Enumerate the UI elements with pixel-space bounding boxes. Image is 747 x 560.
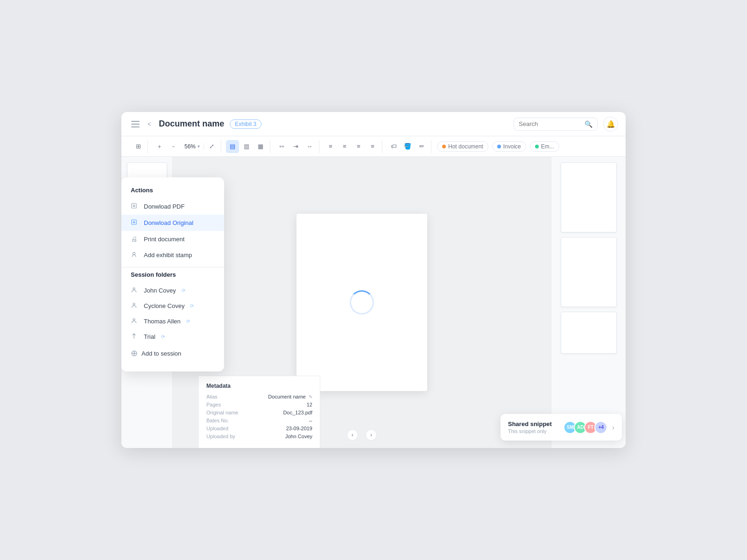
session-folders-title: Session folders [121, 271, 224, 283]
meta-bates: Bates No. -- [206, 418, 312, 423]
right-panel: Shared snippet This snippet only SM AD F… [551, 157, 626, 448]
toolbar-col-group: ⇿ ⇥ ↔ [272, 140, 319, 153]
tag-label: Hot document [448, 143, 483, 150]
zoom-out-button[interactable]: － [167, 140, 180, 153]
toolbar-tools-group: 🏷 🪣 ✏ [384, 140, 431, 153]
back-button[interactable]: < [148, 120, 151, 128]
col-collapse-button[interactable]: ⇥ [289, 140, 302, 153]
avatar-plus: +4 [594, 421, 607, 434]
add-to-session-item[interactable]: ⊕ Add to session [121, 344, 224, 362]
tag-button[interactable]: 🏷 [387, 140, 400, 153]
expand-button[interactable]: ⤢ [205, 140, 218, 153]
session-john-covey[interactable]: John Covey ⟳ [121, 283, 224, 298]
right-thumb-1[interactable] [561, 162, 617, 232]
table-view1-button[interactable]: ▤ [226, 140, 239, 153]
align-center-button[interactable]: ≡ [338, 140, 351, 153]
edit-alias-icon[interactable]: ✎ [309, 394, 312, 399]
session-trial[interactable]: Trial ⟳ [121, 329, 224, 344]
pencil-button[interactable]: ✏ [415, 140, 428, 153]
session-cyclone-covey-label: Cyclone Covey [144, 302, 184, 309]
next-page-button[interactable]: › [366, 429, 377, 441]
prev-page-button[interactable]: ‹ [347, 429, 358, 441]
print-label: Print document [144, 236, 184, 243]
tag-dot-blue [497, 145, 501, 148]
metadata-panel: Metadata Alias Document name ✎ Pages 12 … [199, 376, 320, 448]
tag-hot-document[interactable]: Hot document [437, 141, 488, 152]
table-view3-button[interactable]: ▦ [254, 140, 267, 153]
print-document-item[interactable]: 🖨 Print document [121, 231, 224, 247]
svg-point-7 [133, 303, 135, 305]
download-pdf-icon [131, 203, 139, 210]
zoom-in-button[interactable]: ＋ [153, 140, 166, 153]
session-thomas-allen-label: Thomas Allen [144, 318, 181, 325]
snippet-avatars: SM AD FT +4 [564, 421, 607, 434]
toolbar-zoom-group: ＋ － 56% ▾ ⤢ [150, 140, 221, 153]
svg-rect-0 [131, 121, 140, 122]
session-trial-label: Trial [144, 333, 155, 340]
shared-snippet-panel: Shared snippet This snippet only SM AD F… [551, 414, 622, 441]
svg-point-8 [133, 319, 135, 321]
download-original-item[interactable]: Donwload Original [121, 215, 224, 231]
toolbar: ⊞ ＋ － 56% ▾ ⤢ ▤ ▥ ▦ ⇿ ⇥ ↔ ≡ ≡ ≡ ≡ 🏷 [121, 136, 626, 157]
snippet-arrow-icon[interactable]: › [612, 424, 614, 431]
trial-icon [131, 333, 139, 341]
align-right-button[interactable]: ≡ [352, 140, 365, 153]
svg-rect-1 [131, 124, 140, 125]
metadata-title: Metadata [206, 383, 312, 389]
download-pdf-label: Donwload PDF [144, 203, 184, 210]
toolbar-tags-group: Hot document Invoice Em... [437, 141, 559, 152]
actions-popup: Actions Donwload PDF Donwload Original 🖨… [121, 177, 224, 371]
zoom-level: 56% ▾ [181, 143, 204, 150]
add-icon: ⊕ [131, 348, 138, 358]
search-input[interactable] [519, 120, 582, 127]
sync-icon-4: ⟳ [161, 334, 165, 339]
snippet-info: Shared snippet This snippet only [551, 420, 559, 434]
align-left-button[interactable]: ≡ [324, 140, 337, 153]
toolbar-align-group: ≡ ≡ ≡ ≡ [321, 140, 382, 153]
session-john-covey-label: John Covey [144, 287, 176, 294]
person-icon [131, 287, 139, 294]
notification-bell[interactable]: 🔔 [603, 117, 618, 132]
tag-dot-green [535, 145, 539, 148]
toolbar-table-group: ▤ ▥ ▦ [223, 140, 270, 153]
document-title: Document name [159, 119, 224, 129]
align-justify-button[interactable]: ≡ [366, 140, 379, 153]
table-view2-button[interactable]: ▥ [240, 140, 253, 153]
sync-icon-2: ⟳ [190, 303, 194, 308]
session-thomas-allen[interactable]: Thomas Allen ⟳ [121, 314, 224, 329]
tag-label: Em... [541, 143, 554, 150]
sync-icon-3: ⟳ [186, 319, 190, 324]
person-icon-2 [131, 302, 139, 310]
tag-invoice[interactable]: Invoice [492, 141, 526, 152]
add-stamp-label: Add exhibit stamp [144, 252, 192, 259]
snippet-title: Shared snippet [551, 420, 559, 427]
svg-point-6 [133, 288, 135, 290]
meta-uploaded: Uploaded 23-09-2019 [206, 426, 312, 431]
right-thumb-3[interactable] [561, 312, 617, 354]
meta-uploaded-by: Uploaded by John Covey [206, 434, 312, 439]
search-bar[interactable]: 🔍 [514, 118, 598, 131]
meta-alias: Alias Document name ✎ [206, 394, 312, 399]
sidebar-toggle-button[interactable] [129, 118, 142, 131]
document-page [296, 214, 427, 391]
loading-spinner [350, 290, 374, 315]
header: < Document name Exhibit 3 🔍 🔔 [121, 112, 626, 136]
session-cyclone-covey[interactable]: Cyclone Covey ⟳ [121, 298, 224, 314]
search-icon: 🔍 [585, 120, 592, 128]
grid-view-button[interactable]: ⊞ [132, 140, 145, 153]
document-area: ‹ › Metadata Alias Document name ✎ Pages… [173, 157, 551, 448]
tag-label: Invoice [503, 143, 521, 150]
main-content: Actions Donwload PDF Donwload Original 🖨… [121, 157, 626, 448]
right-thumb-2[interactable] [561, 237, 617, 307]
meta-original-name: Original name Doc_123.pdf [206, 410, 312, 415]
snippet-subtitle: This snippet only [551, 428, 559, 434]
col-expand-button[interactable]: ⇿ [275, 140, 288, 153]
toolbar-view-group: ⊞ [129, 140, 148, 153]
tag-em[interactable]: Em... [530, 141, 559, 152]
add-stamp-item[interactable]: Add exhibit stamp [121, 247, 224, 263]
exhibit-badge: Exhibit 3 [230, 119, 261, 129]
fill-button[interactable]: 🪣 [401, 140, 414, 153]
col-add-button[interactable]: ↔ [303, 140, 316, 153]
download-pdf-item[interactable]: Donwload PDF [121, 198, 224, 215]
sync-icon: ⟳ [182, 288, 185, 293]
